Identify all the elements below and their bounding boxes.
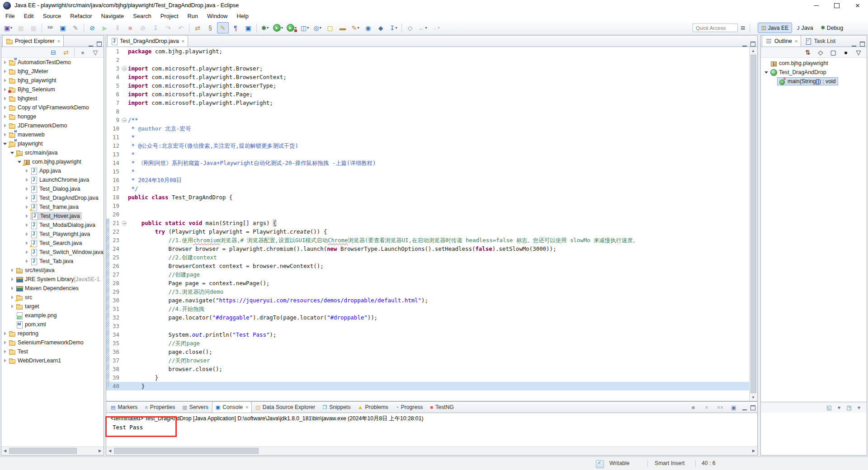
code-line[interactable]: 2: [106, 56, 750, 64]
project-explorer-hscrollbar[interactable]: ◀ ▶: [1, 446, 104, 455]
code-line[interactable]: 5import com.microsoft.playwright.Browser…: [106, 81, 750, 90]
last-edit-location-button[interactable]: §: [204, 22, 216, 33]
tree-item[interactable]: Mmavenweb: [1, 130, 104, 139]
tree-item[interactable]: Mplaywright: [1, 139, 104, 148]
maximize-panel-icon[interactable]: [750, 42, 755, 47]
collapse-all-button[interactable]: ⊟: [47, 47, 59, 58]
scrollbar-thumb[interactable]: [9, 448, 77, 454]
code-line[interactable]: 29 //3.浏览器访问demo: [106, 287, 750, 296]
tab-outline[interactable]: Outline×: [762, 35, 801, 47]
expand-arrow-icon[interactable]: [10, 277, 14, 282]
highlight-pen-button[interactable]: ✎: [70, 22, 81, 33]
tab-data-source-explorer[interactable]: ◫Data Source Explorer: [252, 401, 319, 413]
binary-doc-button[interactable]: 010: [44, 22, 56, 33]
tree-item[interactable]: MAutomationTestDemo: [1, 58, 104, 67]
open-view-button[interactable]: ◳: [844, 403, 854, 413]
expand-arrow-icon[interactable]: [18, 160, 22, 164]
perspective-debug[interactable]: ✱Debug: [818, 23, 846, 33]
perspective-java-ee[interactable]: ◫Java EE: [758, 23, 792, 33]
back-button[interactable]: ←▾: [417, 22, 429, 33]
minimize-window-button[interactable]: [806, 0, 826, 11]
code-line[interactable]: 19: [106, 202, 750, 210]
code-line[interactable]: 14 * 《刚刚问世》系列初窥篇-Java+Playwright自动化测试-20…: [106, 159, 750, 167]
fold-marker-icon[interactable]: [122, 219, 128, 227]
code-line[interactable]: 8: [106, 107, 750, 116]
tree-item[interactable]: bjhgtest: [1, 94, 104, 103]
expand-arrow-icon[interactable]: [3, 115, 7, 119]
code-line[interactable]: 21 public static void main(String[] args…: [106, 219, 750, 227]
terminate-console-button[interactable]: ■: [688, 403, 698, 413]
tree-item[interactable]: Test_DragAndDrop.java: [1, 193, 104, 202]
tree-item[interactable]: JRE System Library [JavaSE-1.: [1, 275, 104, 284]
minimize-panel-icon[interactable]: [742, 42, 747, 47]
minimize-panel-icon[interactable]: [852, 42, 856, 47]
close-icon[interactable]: ×: [245, 404, 248, 410]
remove-all-terminated-button[interactable]: ××: [715, 403, 725, 413]
expand-arrow-icon[interactable]: [25, 259, 29, 263]
run-button[interactable]: ▶▾: [272, 22, 284, 33]
code-line[interactable]: 30 page.navigate("https://jqueryui.com/r…: [106, 296, 750, 305]
expand-arrow-icon[interactable]: [10, 268, 14, 273]
tree-item[interactable]: src/test/java: [1, 266, 104, 275]
tree-item[interactable]: Test_ModalDialog.java: [1, 221, 104, 230]
maximize-panel-icon[interactable]: [860, 42, 865, 47]
tab-snippets[interactable]: ❐Snippets: [319, 401, 354, 413]
restore-view-menu-button[interactable]: ▾: [834, 403, 844, 413]
tree-item[interactable]: Test_Switch_Window.java: [1, 248, 104, 257]
tree-item[interactable]: WebDriverLearn1: [1, 356, 104, 365]
expand-arrow-icon[interactable]: [25, 250, 29, 254]
expand-arrow-icon[interactable]: [25, 196, 29, 200]
expand-arrow-icon[interactable]: [3, 133, 7, 137]
scroll-up-icon[interactable]: ▲: [750, 47, 757, 54]
menu-edit[interactable]: Edit: [19, 13, 38, 19]
code-line[interactable]: 36 page.close();: [106, 348, 750, 356]
fold-marker-icon[interactable]: [122, 116, 128, 124]
tree-item[interactable]: App.java: [1, 166, 104, 175]
annotate-button[interactable]: ✎▾: [349, 22, 361, 33]
outline-item[interactable]: Test_DragAndDrop: [761, 68, 867, 77]
code-line[interactable]: 9/**: [106, 116, 750, 124]
tab-task-list[interactable]: Task List: [801, 35, 839, 47]
web-browser-button[interactable]: ◉: [362, 22, 374, 33]
new-server-wizard-button[interactable]: ◫▾: [299, 22, 311, 33]
tree-item[interactable]: src/main/java: [1, 148, 104, 157]
close-icon[interactable]: ×: [182, 38, 184, 44]
remove-launch-button[interactable]: ×: [702, 403, 712, 413]
save-all-button[interactable]: ▦: [28, 22, 39, 33]
tree-item[interactable]: Test_Hover.java: [1, 212, 104, 221]
outline-item[interactable]: main(String[]) : void: [761, 77, 867, 86]
menu-help[interactable]: Help: [232, 13, 253, 19]
code-line[interactable]: 25 //2.创建context: [106, 253, 750, 262]
debug-button[interactable]: ✱▾: [259, 22, 271, 33]
show-whitespace-button[interactable]: ¶: [230, 22, 241, 33]
menu-window[interactable]: Window: [203, 13, 232, 19]
terminate-button[interactable]: ■: [124, 22, 136, 33]
tab-progress[interactable]: ◔Progress: [392, 401, 426, 413]
hide-non-public-button[interactable]: ●: [840, 47, 852, 58]
code-line[interactable]: 32 page.locator("#draggable").dragTo(pag…: [106, 313, 750, 322]
step-into-button[interactable]: ↧: [150, 22, 161, 33]
tree-item[interactable]: LaunchChrome.java: [1, 175, 104, 184]
open-resource-button[interactable]: ▢: [324, 22, 336, 33]
coverage-button[interactable]: ▶▾: [285, 22, 298, 33]
maximize-panel-icon[interactable]: [97, 42, 102, 47]
user-web-button[interactable]: ◆: [375, 22, 387, 33]
new-wizard-button[interactable]: ▣▾: [2, 22, 14, 33]
expand-arrow-icon[interactable]: [25, 232, 29, 236]
menu-project[interactable]: Project: [156, 13, 183, 19]
console-hscrollbar[interactable]: ◀ ▶: [106, 446, 757, 455]
scroll-left-icon[interactable]: ◀: [106, 447, 113, 454]
menu-source[interactable]: Source: [38, 13, 66, 19]
tab-testng[interactable]: ■TestNG: [426, 401, 457, 413]
expand-arrow-icon[interactable]: [3, 142, 7, 146]
expand-arrow-icon[interactable]: [3, 97, 7, 101]
scroll-right-icon[interactable]: ▶: [96, 447, 104, 454]
tree-item[interactable]: Test_Tab.java: [1, 257, 104, 266]
code-editor[interactable]: 1package com.bjhg.playwright;23import co…: [106, 47, 750, 401]
code-line[interactable]: 34 System.out.println("Test Pass");: [106, 330, 750, 339]
clear-console-button[interactable]: ▣: [729, 403, 739, 413]
tree-item[interactable]: pom.xml: [1, 320, 104, 329]
next-annotation-button[interactable]: ⇄: [192, 22, 203, 33]
expand-arrow-icon[interactable]: [3, 88, 7, 92]
tree-item[interactable]: SeleniumFrameworkDemo: [1, 338, 104, 347]
